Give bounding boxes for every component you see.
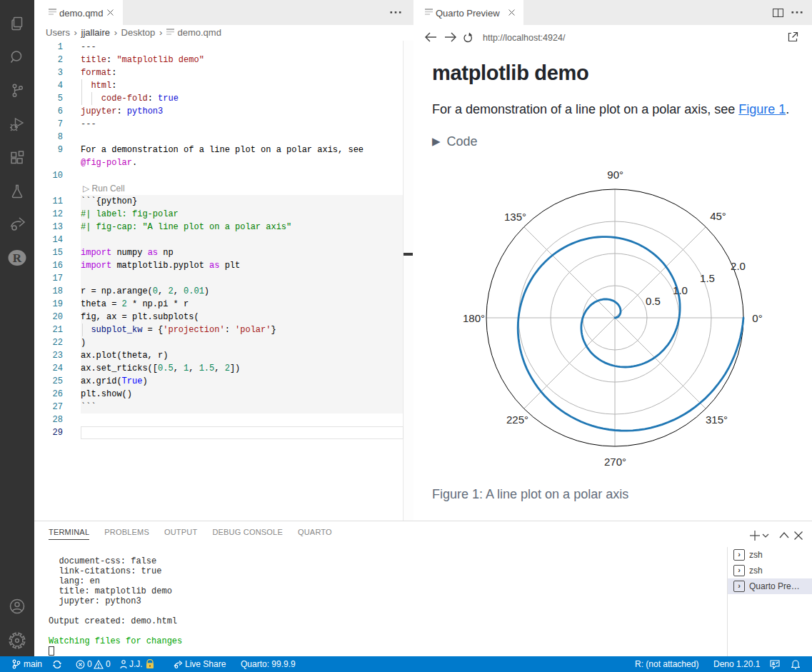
svg-text:0°: 0° (752, 312, 762, 324)
svg-text:1.5: 1.5 (700, 272, 715, 284)
svg-text:1.0: 1.0 (673, 284, 688, 296)
svg-text:225°: 225° (506, 413, 528, 426)
svg-text:R: R (13, 251, 22, 265)
svg-text:2.0: 2.0 (731, 260, 746, 272)
svg-text:0.5: 0.5 (646, 295, 661, 307)
svg-text:180°: 180° (463, 312, 485, 324)
svg-text:90°: 90° (607, 169, 623, 181)
svg-text:45°: 45° (710, 210, 726, 222)
svg-text:135°: 135° (504, 211, 526, 223)
svg-text:270°: 270° (604, 456, 626, 468)
svg-text:315°: 315° (706, 413, 728, 426)
